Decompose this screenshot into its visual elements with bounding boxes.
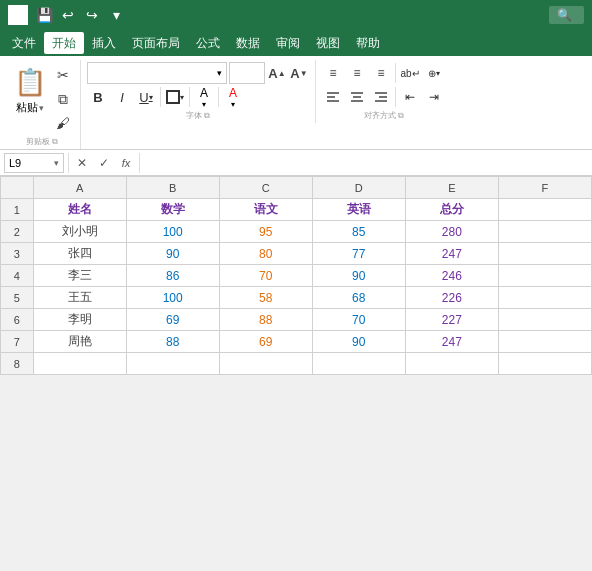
cell-6-C[interactable]: 88 <box>219 309 312 331</box>
menu-file[interactable]: 文件 <box>4 32 44 54</box>
cell-1-E[interactable]: 总分 <box>405 199 498 221</box>
align-top-right-button[interactable]: ≡ <box>370 62 392 84</box>
wrap-text-button[interactable]: ab↵ <box>399 62 421 84</box>
align-top-center-button[interactable]: ≡ <box>346 62 368 84</box>
menu-view[interactable]: 视图 <box>308 32 348 54</box>
col-header-F[interactable]: F <box>498 177 591 199</box>
clipboard-expand-icon[interactable]: ⧉ <box>52 137 58 147</box>
align-left-button[interactable] <box>322 86 344 108</box>
cell-2-E[interactable]: 280 <box>405 221 498 243</box>
cell-2-A[interactable]: 刘小明 <box>33 221 126 243</box>
cell-1-C[interactable]: 语文 <box>219 199 312 221</box>
cell-4-D[interactable]: 90 <box>312 265 405 287</box>
menu-data[interactable]: 数据 <box>228 32 268 54</box>
font-expand-icon[interactable]: ⧉ <box>204 111 210 121</box>
cell-4-C[interactable]: 70 <box>219 265 312 287</box>
menu-formula[interactable]: 公式 <box>188 32 228 54</box>
menu-home[interactable]: 开始 <box>44 32 84 54</box>
search-box[interactable]: 🔍 <box>549 6 584 24</box>
cell-4-F[interactable] <box>498 265 591 287</box>
menu-review[interactable]: 审阅 <box>268 32 308 54</box>
decrease-indent-button[interactable]: ⇤ <box>399 86 421 108</box>
cell-7-E[interactable]: 247 <box>405 331 498 353</box>
cell-8-B[interactable] <box>126 353 219 375</box>
cell-3-D[interactable]: 77 <box>312 243 405 265</box>
col-header-D[interactable]: D <box>312 177 405 199</box>
font-shrink-button[interactable]: A▼ <box>289 62 309 84</box>
cell-3-C[interactable]: 80 <box>219 243 312 265</box>
underline-button[interactable]: U▾ <box>135 86 157 108</box>
row-header-5[interactable]: 5 <box>1 287 34 309</box>
menu-page-layout[interactable]: 页面布局 <box>124 32 188 54</box>
cell-7-C[interactable]: 69 <box>219 331 312 353</box>
cell-8-D[interactable] <box>312 353 405 375</box>
cell-5-E[interactable]: 226 <box>405 287 498 309</box>
row-header-2[interactable]: 2 <box>1 221 34 243</box>
row-header-1[interactable]: 1 <box>1 199 34 221</box>
undo-icon[interactable]: ↩ <box>58 5 78 25</box>
font-size-input[interactable] <box>229 62 265 84</box>
cell-1-F[interactable] <box>498 199 591 221</box>
cancel-formula-button[interactable]: ✕ <box>73 154 91 172</box>
cell-4-A[interactable]: 李三 <box>33 265 126 287</box>
cell-1-B[interactable]: 数学 <box>126 199 219 221</box>
cell-8-C[interactable] <box>219 353 312 375</box>
alignment-expand-icon[interactable]: ⧉ <box>398 111 404 121</box>
cell-7-A[interactable]: 周艳 <box>33 331 126 353</box>
row-header-7[interactable]: 7 <box>1 331 34 353</box>
cell-1-A[interactable]: 姓名 <box>33 199 126 221</box>
open-icon[interactable]: ▾ <box>106 5 126 25</box>
cell-5-F[interactable] <box>498 287 591 309</box>
col-header-C[interactable]: C <box>219 177 312 199</box>
cell-4-E[interactable]: 246 <box>405 265 498 287</box>
cell-7-D[interactable]: 90 <box>312 331 405 353</box>
menu-help[interactable]: 帮助 <box>348 32 388 54</box>
italic-button[interactable]: I <box>111 86 133 108</box>
increase-indent-button[interactable]: ⇥ <box>423 86 445 108</box>
cell-6-E[interactable]: 227 <box>405 309 498 331</box>
copy-button[interactable]: ⧉ <box>52 88 74 110</box>
format-painter-button[interactable]: 🖌 <box>52 112 74 134</box>
redo-icon[interactable]: ↪ <box>82 5 102 25</box>
fill-color-button[interactable]: A ▾ <box>193 86 215 108</box>
formula-input[interactable] <box>144 153 588 173</box>
cell-3-B[interactable]: 90 <box>126 243 219 265</box>
col-header-A[interactable]: A <box>33 177 126 199</box>
cell-5-D[interactable]: 68 <box>312 287 405 309</box>
col-header-E[interactable]: E <box>405 177 498 199</box>
confirm-formula-button[interactable]: ✓ <box>95 154 113 172</box>
bold-button[interactable]: B <box>87 86 109 108</box>
cell-3-A[interactable]: 张四 <box>33 243 126 265</box>
cell-2-D[interactable]: 85 <box>312 221 405 243</box>
cell-8-E[interactable] <box>405 353 498 375</box>
cell-4-B[interactable]: 86 <box>126 265 219 287</box>
align-right-button[interactable] <box>370 86 392 108</box>
name-box[interactable]: L9 ▾ <box>4 153 64 173</box>
cell-5-B[interactable]: 100 <box>126 287 219 309</box>
row-header-3[interactable]: 3 <box>1 243 34 265</box>
cell-7-B[interactable]: 88 <box>126 331 219 353</box>
cell-5-C[interactable]: 58 <box>219 287 312 309</box>
cell-3-E[interactable]: 247 <box>405 243 498 265</box>
menu-insert[interactable]: 插入 <box>84 32 124 54</box>
cell-5-A[interactable]: 王五 <box>33 287 126 309</box>
row-header-8[interactable]: 8 <box>1 353 34 375</box>
merge-center-button[interactable]: ⊕▾ <box>423 62 445 84</box>
cell-2-B[interactable]: 100 <box>126 221 219 243</box>
border-button[interactable]: ▾ <box>164 86 186 108</box>
insert-function-button[interactable]: fx <box>117 154 135 172</box>
align-center-button[interactable] <box>346 86 368 108</box>
cut-button[interactable]: ✂ <box>52 64 74 86</box>
cell-7-F[interactable] <box>498 331 591 353</box>
paste-button[interactable]: 📋 粘贴 ▾ <box>10 62 50 117</box>
cell-6-F[interactable] <box>498 309 591 331</box>
row-header-4[interactable]: 4 <box>1 265 34 287</box>
cell-6-D[interactable]: 70 <box>312 309 405 331</box>
font-grow-button[interactable]: A▲ <box>267 62 287 84</box>
cell-8-A[interactable] <box>33 353 126 375</box>
cell-2-F[interactable] <box>498 221 591 243</box>
cell-8-F[interactable] <box>498 353 591 375</box>
align-top-left-button[interactable]: ≡ <box>322 62 344 84</box>
font-color-button[interactable]: A ▾ <box>222 86 244 108</box>
save-icon[interactable]: 💾 <box>34 5 54 25</box>
